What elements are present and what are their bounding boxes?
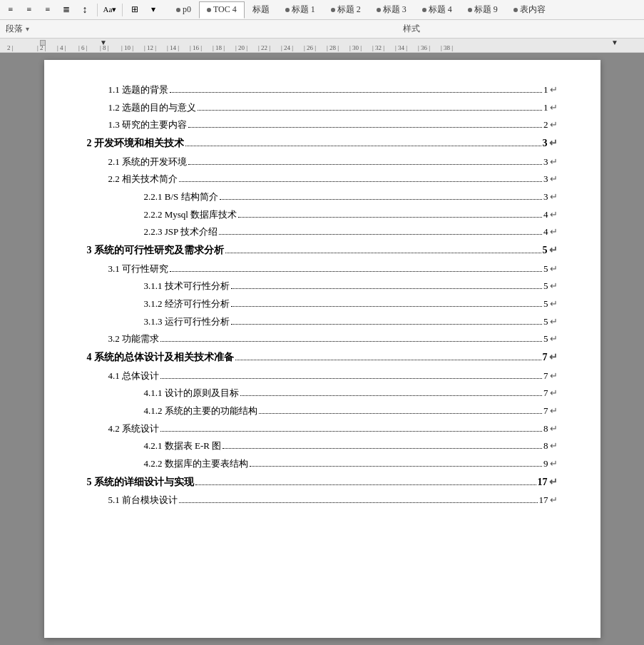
format-icon[interactable]: Aa▾ — [102, 2, 118, 18]
toc-arrow-3: ↵ — [549, 134, 558, 153]
toc-text-4: 2.1 系统的开发环境 — [108, 153, 188, 171]
toc-entry-18: 4.1.2 系统的主要的功能结构 7↵ — [87, 402, 558, 420]
toc-dots-21 — [250, 457, 542, 467]
paragraph-arrow: ▾ — [26, 25, 29, 33]
toc-dots-20 — [223, 440, 542, 449]
toc-arrow-1: ↵ — [550, 99, 558, 117]
toc-dots-18 — [259, 405, 542, 414]
tab-dot-h2 — [331, 8, 335, 12]
toc-text-1: 1.2 选题的目的与意义 — [108, 99, 197, 117]
toc-entry-17: 4.1.1 设计的原则及目标 7↵ — [87, 385, 558, 402]
toc-arrow-16: ↵ — [550, 367, 558, 385]
tab-label-toc4: TOC 4 — [213, 4, 237, 15]
style-bar-left: 段落 ▾ — [6, 23, 184, 35]
toc-dots-4 — [188, 156, 542, 165]
toc-arrow-10: ↵ — [550, 260, 558, 278]
toolbar-tabs: p0 TOC 4 标题 标题 1 标题 2 标题 3 标题 4 标题 9 — [163, 1, 641, 19]
toc-entry-16: 4.1 总体设计 7↵ — [87, 367, 558, 385]
toc-entry-1: 1.2 选题的目的与意义 1↵ — [87, 99, 558, 117]
toc-page-17: 7 — [543, 385, 548, 402]
toc-page-16: 7 — [543, 367, 548, 385]
toc-page-18: 7 — [543, 402, 548, 420]
toc-page-9: 5 — [543, 241, 548, 260]
toc-arrow-2: ↵ — [550, 116, 558, 134]
toc-page-2: 2 — [543, 116, 548, 134]
toc-dots-8 — [219, 225, 542, 235]
toc-dots-17 — [240, 387, 542, 396]
tab-heading[interactable]: 标题 — [245, 1, 277, 19]
toc-arrow-6: ↵ — [550, 188, 558, 206]
toc-page-13: 5 — [543, 313, 548, 331]
toc-page-8: 4 — [543, 223, 548, 241]
toc-text-20: 4.2.1 数据表 E-R 图 — [144, 437, 222, 455]
list-icon-2[interactable]: ≡ — [21, 2, 37, 18]
toc-entry-12: 3.1.2 经济可行性分析 5↵ — [87, 295, 558, 313]
tab-toc4[interactable]: TOC 4 — [199, 1, 245, 19]
tab-p0[interactable]: p0 — [168, 1, 199, 19]
tab-heading9[interactable]: 标题 9 — [460, 1, 506, 19]
toc-container: 1.1 选题的背景 1↵1.2 选题的目的与意义 1↵1.3 研究的主要内容 2… — [87, 81, 558, 509]
tab-heading3[interactable]: 标题 3 — [369, 1, 414, 19]
toc-text-12: 3.1.2 经济可行性分析 — [144, 295, 230, 313]
toc-dots-22 — [195, 475, 536, 485]
grid-icon[interactable]: ⊞ — [127, 2, 143, 18]
toc-entry-14: 3.2 功能需求 5↵ — [87, 330, 558, 348]
toc-page-6: 3 — [543, 188, 548, 206]
toc-dots-12 — [231, 298, 542, 307]
tab-dot-h1 — [285, 8, 290, 12]
toc-entry-10: 3.1 可行性研究 5↵ — [87, 260, 558, 278]
toc-entry-21: 4.2.2 数据库的主要表结构 9↵ — [87, 455, 558, 473]
toc-entry-8: 2.2.3 JSP 技术介绍 4↵ — [87, 223, 558, 241]
toolbar-left: ≡ ≡ ≡ ≣ ↕ Aa▾ ⊞ ▾ — [3, 2, 161, 18]
toc-text-2: 1.3 研究的主要内容 — [108, 116, 188, 134]
style-bar: 段落 ▾ 样式 — [0, 20, 644, 39]
toc-entry-9: 3 系统的可行性研究及需求分析 5↵ — [87, 241, 558, 260]
tab-label-h2: 标题 2 — [337, 4, 361, 16]
list-icon-4[interactable]: ≣ — [58, 2, 74, 18]
tab-dot-tc — [513, 8, 518, 12]
toc-entry-19: 4.2 系统设计 8↵ — [87, 420, 558, 438]
toc-dots-11 — [231, 280, 542, 289]
style-bar-right: 样式 — [184, 23, 638, 35]
toc-arrow-17: ↵ — [550, 385, 558, 402]
toc-arrow-4: ↵ — [550, 153, 558, 171]
toc-entry-2: 1.3 研究的主要内容 2↵ — [87, 116, 558, 134]
toc-entry-4: 2.1 系统的开发环境 3↵ — [87, 153, 558, 171]
toc-arrow-14: ↵ — [550, 330, 558, 348]
separator-1 — [97, 4, 98, 16]
toc-arrow-7: ↵ — [550, 206, 558, 224]
tab-label-h1: 标题 1 — [292, 4, 315, 16]
tab-heading4[interactable]: 标题 4 — [414, 1, 460, 19]
toc-dots-13 — [231, 315, 542, 325]
toc-text-21: 4.2.2 数据库的主要表结构 — [144, 455, 248, 473]
toc-page-7: 4 — [543, 206, 548, 224]
tab-dot-toc4 — [207, 8, 211, 12]
toc-text-13: 3.1.3 运行可行性分析 — [144, 313, 230, 331]
toc-page-12: 5 — [543, 295, 548, 313]
doc-area[interactable]: 1.1 选题的背景 1↵1.2 选题的目的与意义 1↵1.3 研究的主要内容 2… — [0, 53, 644, 645]
tab-label-p0: p0 — [183, 4, 191, 15]
toc-arrow-8: ↵ — [550, 223, 558, 241]
toc-dots-5 — [179, 173, 542, 182]
toc-entry-22: 5 系统的详细设计与实现 17↵ — [87, 473, 558, 492]
toc-text-0: 1.1 选题的背景 — [108, 81, 169, 99]
toc-entry-5: 2.2 相关技术简介 3↵ — [87, 171, 558, 188]
tab-table-content[interactable]: 表内容 — [506, 1, 553, 19]
toc-entry-7: 2.2.2 Mysql 数据库技术 4↵ — [87, 206, 558, 224]
list-icon-3[interactable]: ≡ — [40, 2, 56, 18]
list-icon-1[interactable]: ≡ — [3, 2, 19, 18]
toc-arrow-11: ↵ — [550, 278, 558, 295]
toc-page-11: 5 — [543, 278, 548, 295]
tab-heading1[interactable]: 标题 1 — [277, 1, 323, 19]
sort-icon[interactable]: ↕ — [77, 2, 93, 18]
toc-text-10: 3.1 可行性研究 — [108, 260, 169, 278]
toc-entry-6: 2.2.1 B/S 结构简介 3↵ — [87, 188, 558, 206]
tab-dot-h3 — [377, 8, 381, 12]
toc-dots-6 — [220, 191, 542, 200]
tab-heading2[interactable]: 标题 2 — [323, 1, 369, 19]
toc-page-22: 17 — [538, 473, 548, 492]
toc-text-11: 3.1.1 技术可行性分析 — [144, 278, 230, 295]
tab-dot-h4 — [422, 8, 426, 12]
more-icon[interactable]: ▾ — [145, 2, 161, 18]
toc-dots-2 — [188, 118, 542, 128]
